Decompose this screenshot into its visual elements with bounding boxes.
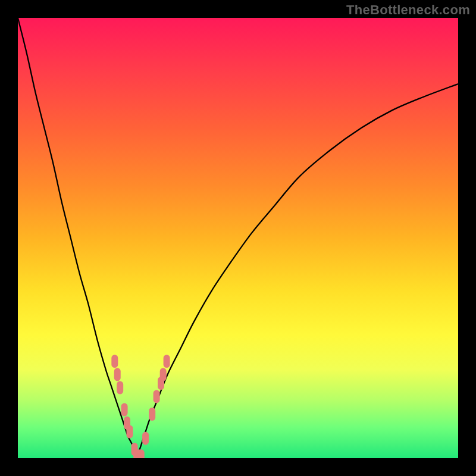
data-marker: [149, 408, 155, 421]
data-marker: [142, 432, 149, 445]
watermark-text: TheBottleneck.com: [346, 2, 470, 18]
data-marker: [111, 355, 118, 368]
data-marker: [114, 368, 121, 381]
data-marker: [121, 403, 128, 416]
plot-area: [18, 18, 458, 458]
right-branch-curve: [137, 84, 458, 458]
data-marker: [160, 368, 167, 381]
data-marker: [117, 381, 123, 394]
data-marker: [154, 390, 160, 403]
chart-container: TheBottleneck.com: [0, 0, 476, 476]
data-marker: [164, 355, 170, 368]
curve-layer: [18, 18, 458, 458]
data-marker: [138, 449, 145, 458]
marker-group: [111, 355, 170, 458]
data-marker: [126, 425, 133, 439]
